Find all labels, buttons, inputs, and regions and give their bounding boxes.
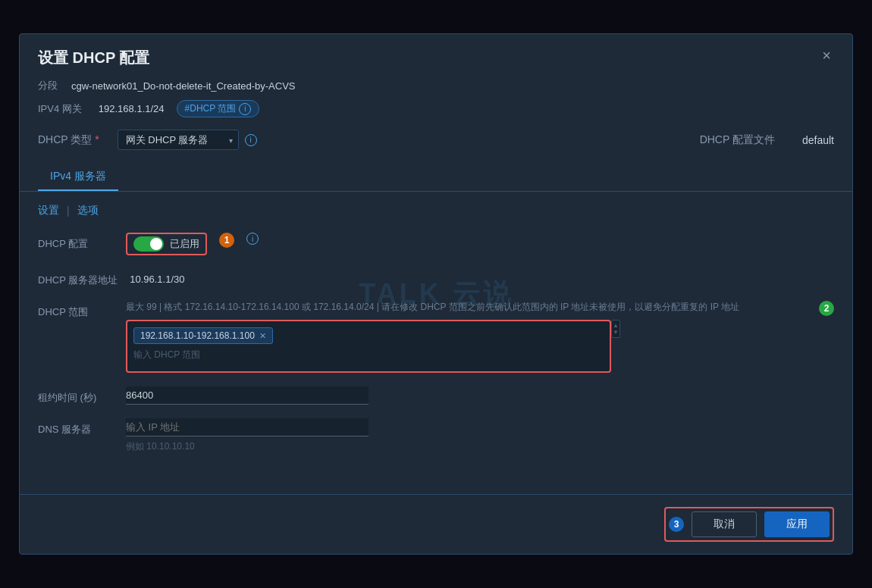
ipv4-row: IPV4 网关 192.168.1.1/24 #DHCP 范围 i xyxy=(20,95,852,122)
dhcp-server-address-row: DHCP 服务器地址 10.96.1.1/30 xyxy=(38,269,834,287)
dhcp-range-scrollbar[interactable]: ▲ ▼ xyxy=(611,320,620,338)
dhcp-range-input-area: 192.168.1.10-192.168.1.100 ✕ 输入 DHCP 范围 … xyxy=(126,320,807,373)
tab-bar: IPv4 服务器 xyxy=(38,164,834,191)
dns-server-row: DNS 服务器 例如 10.10.10.10 xyxy=(38,418,834,453)
modal-header: 设置 DHCP 配置 × xyxy=(20,34,852,76)
ipv4-label: IPV4 网关 xyxy=(38,102,82,116)
dhcp-type-select-wrapper: 网关 DHCP 服务器 ▾ i xyxy=(118,130,257,150)
ipv4-value: 192.168.1.1/24 xyxy=(99,103,165,114)
lease-time-label: 租约时间 (秒) xyxy=(38,386,114,405)
dhcp-range-row: DHCP 范围 最大 99 | 格式 172.16.14.10-172.16.1… xyxy=(38,301,834,373)
sub-tab-divider: | xyxy=(67,205,70,217)
dhcp-badge-info-icon[interactable]: i xyxy=(239,103,251,115)
dhcp-server-value: 10.96.1.1/30 xyxy=(130,269,184,285)
dhcp-type-select-container[interactable]: 网关 DHCP 服务器 ▾ xyxy=(118,130,239,150)
segment-value: cgw-network01_Do-not-delete-it_Created-b… xyxy=(71,80,296,92)
dhcp-range-badge[interactable]: #DHCP 范围 i xyxy=(177,100,260,117)
step-badge-3: 3 xyxy=(669,517,684,532)
content-section: DHCP 配置 已启用 1 i DHCP 服务器地址 10.96.1.1/30 … xyxy=(20,220,852,479)
segment-label: 分段 xyxy=(38,79,58,92)
footer-outline-box: 3 取消 应用 xyxy=(664,507,834,542)
dns-example-wrapper: 例如 10.10.10.10 xyxy=(38,439,195,453)
sub-tabs: 设置 | 选项 xyxy=(20,192,852,220)
close-button[interactable]: × xyxy=(819,48,834,63)
step-badge-1: 1 xyxy=(219,233,234,248)
dhcp-range-tag-text: 192.168.1.10-192.168.1.100 xyxy=(140,330,255,341)
dhcp-config-row: DHCP 配置 已启用 1 i xyxy=(38,233,834,255)
modal-title: 设置 DHCP 配置 xyxy=(38,48,149,68)
step-badge-2: 2 xyxy=(819,301,834,316)
lease-time-input[interactable] xyxy=(126,386,369,405)
modal-footer: 3 取消 应用 xyxy=(20,494,852,554)
dhcp-range-tag: 192.168.1.10-192.168.1.100 ✕ xyxy=(133,327,273,344)
sub-tab-options[interactable]: 选项 xyxy=(77,201,99,220)
dhcp-server-label: DHCP 服务器地址 xyxy=(38,269,118,287)
dhcp-range-box[interactable]: 192.168.1.10-192.168.1.100 ✕ 输入 DHCP 范围 xyxy=(126,320,611,373)
dhcp-range-wrapper: 最大 99 | 格式 172.16.14.10-172.16.14.100 或 … xyxy=(126,301,807,373)
apply-button[interactable]: 应用 xyxy=(764,511,830,537)
dhcp-range-hint: 最大 99 | 格式 172.16.14.10-172.16.14.100 或 … xyxy=(126,301,807,314)
tab-ipv4-server[interactable]: IPv4 服务器 xyxy=(38,164,118,191)
dns-server-input[interactable] xyxy=(126,418,369,436)
segment-row: 分段 cgw-network01_Do-not-delete-it_Create… xyxy=(20,76,852,95)
toggle-knob xyxy=(150,238,162,250)
dhcp-config-modal: TALK 云说 设置 DHCP 配置 × 分段 cgw-network01_Do… xyxy=(19,33,853,555)
dhcp-config-status: 已启用 xyxy=(170,237,199,251)
dhcp-range-label: DHCP 范围 xyxy=(38,301,114,319)
dhcp-config-label: DHCP 配置 xyxy=(38,233,114,251)
sub-tab-settings[interactable]: 设置 xyxy=(38,201,59,220)
dns-server-label: DNS 服务器 xyxy=(38,418,114,436)
dhcp-type-select[interactable]: 网关 DHCP 服务器 xyxy=(118,130,239,150)
dhcp-range-tag-remove[interactable]: ✕ xyxy=(259,331,266,341)
dns-server-inner: DNS 服务器 xyxy=(38,418,369,436)
dhcp-badge-text: #DHCP 范围 xyxy=(185,102,237,115)
lease-time-row: 租约时间 (秒) xyxy=(38,386,834,405)
dhcp-type-info-icon[interactable]: i xyxy=(245,134,257,146)
dhcp-config-file-label: DHCP 配置文件 xyxy=(700,133,775,147)
dhcp-config-file-value: default xyxy=(802,134,834,146)
dhcp-config-info-icon[interactable]: i xyxy=(246,233,259,245)
tabs-section: IPv4 服务器 xyxy=(20,158,852,192)
scrollbar-up-icon[interactable]: ▲ xyxy=(613,322,619,329)
dhcp-range-input-placeholder[interactable]: 输入 DHCP 范围 xyxy=(133,347,604,363)
cancel-button[interactable]: 取消 xyxy=(692,511,757,537)
dhcp-type-row: DHCP 类型 网关 DHCP 服务器 ▾ i DHCP 配置文件 defaul… xyxy=(20,122,852,158)
dhcp-type-label: DHCP 类型 xyxy=(38,133,99,147)
dhcp-config-toggle-wrapper: 已启用 xyxy=(126,233,207,255)
dns-example-text: 例如 10.10.10.10 xyxy=(126,441,195,452)
scrollbar-down-icon[interactable]: ▼ xyxy=(613,329,619,336)
dhcp-config-toggle[interactable] xyxy=(133,236,164,252)
